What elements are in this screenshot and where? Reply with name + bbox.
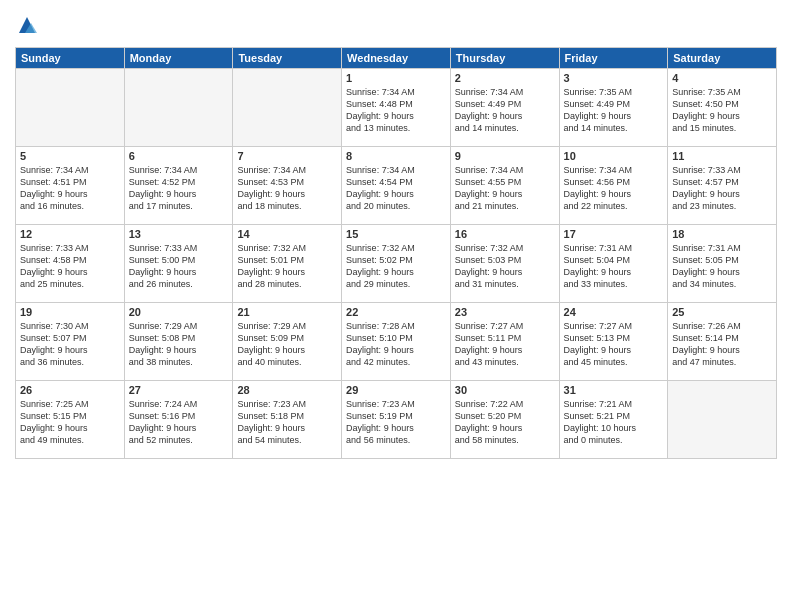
day-info: Sunrise: 7:34 AM Sunset: 4:49 PM Dayligh…: [455, 86, 555, 135]
calendar-day-cell: 20Sunrise: 7:29 AM Sunset: 5:08 PM Dayli…: [124, 303, 233, 381]
day-number: 28: [237, 384, 337, 396]
calendar-day-cell: 3Sunrise: 7:35 AM Sunset: 4:49 PM Daylig…: [559, 69, 668, 147]
day-number: 1: [346, 72, 446, 84]
day-info: Sunrise: 7:26 AM Sunset: 5:14 PM Dayligh…: [672, 320, 772, 369]
weekday-header-cell: Sunday: [16, 48, 125, 69]
day-number: 16: [455, 228, 555, 240]
day-info: Sunrise: 7:34 AM Sunset: 4:52 PM Dayligh…: [129, 164, 229, 213]
logo: [15, 15, 43, 39]
calendar-week-row: 1Sunrise: 7:34 AM Sunset: 4:48 PM Daylig…: [16, 69, 777, 147]
day-number: 8: [346, 150, 446, 162]
calendar-day-cell: 23Sunrise: 7:27 AM Sunset: 5:11 PM Dayli…: [450, 303, 559, 381]
calendar-week-row: 5Sunrise: 7:34 AM Sunset: 4:51 PM Daylig…: [16, 147, 777, 225]
day-info: Sunrise: 7:23 AM Sunset: 5:19 PM Dayligh…: [346, 398, 446, 447]
day-info: Sunrise: 7:33 AM Sunset: 4:57 PM Dayligh…: [672, 164, 772, 213]
calendar-day-cell: 14Sunrise: 7:32 AM Sunset: 5:01 PM Dayli…: [233, 225, 342, 303]
calendar-day-cell: 31Sunrise: 7:21 AM Sunset: 5:21 PM Dayli…: [559, 381, 668, 459]
day-info: Sunrise: 7:24 AM Sunset: 5:16 PM Dayligh…: [129, 398, 229, 447]
weekday-header-cell: Wednesday: [342, 48, 451, 69]
day-number: 17: [564, 228, 664, 240]
day-number: 2: [455, 72, 555, 84]
day-info: Sunrise: 7:33 AM Sunset: 5:00 PM Dayligh…: [129, 242, 229, 291]
weekday-header-cell: Friday: [559, 48, 668, 69]
day-info: Sunrise: 7:25 AM Sunset: 5:15 PM Dayligh…: [20, 398, 120, 447]
day-number: 9: [455, 150, 555, 162]
calendar-day-cell: 29Sunrise: 7:23 AM Sunset: 5:19 PM Dayli…: [342, 381, 451, 459]
day-info: Sunrise: 7:21 AM Sunset: 5:21 PM Dayligh…: [564, 398, 664, 447]
weekday-header-cell: Tuesday: [233, 48, 342, 69]
day-info: Sunrise: 7:28 AM Sunset: 5:10 PM Dayligh…: [346, 320, 446, 369]
day-info: Sunrise: 7:31 AM Sunset: 5:04 PM Dayligh…: [564, 242, 664, 291]
day-info: Sunrise: 7:23 AM Sunset: 5:18 PM Dayligh…: [237, 398, 337, 447]
calendar-body: 1Sunrise: 7:34 AM Sunset: 4:48 PM Daylig…: [16, 69, 777, 459]
day-number: 29: [346, 384, 446, 396]
calendar-day-cell: 11Sunrise: 7:33 AM Sunset: 4:57 PM Dayli…: [668, 147, 777, 225]
day-number: 15: [346, 228, 446, 240]
calendar-day-cell: 26Sunrise: 7:25 AM Sunset: 5:15 PM Dayli…: [16, 381, 125, 459]
weekday-header-cell: Saturday: [668, 48, 777, 69]
day-info: Sunrise: 7:32 AM Sunset: 5:01 PM Dayligh…: [237, 242, 337, 291]
day-info: Sunrise: 7:34 AM Sunset: 4:48 PM Dayligh…: [346, 86, 446, 135]
day-number: 18: [672, 228, 772, 240]
calendar-day-cell: 4Sunrise: 7:35 AM Sunset: 4:50 PM Daylig…: [668, 69, 777, 147]
day-info: Sunrise: 7:29 AM Sunset: 5:08 PM Dayligh…: [129, 320, 229, 369]
calendar-day-cell: 22Sunrise: 7:28 AM Sunset: 5:10 PM Dayli…: [342, 303, 451, 381]
day-info: Sunrise: 7:30 AM Sunset: 5:07 PM Dayligh…: [20, 320, 120, 369]
weekday-header-row: SundayMondayTuesdayWednesdayThursdayFrid…: [16, 48, 777, 69]
calendar-day-cell: 13Sunrise: 7:33 AM Sunset: 5:00 PM Dayli…: [124, 225, 233, 303]
calendar-day-cell: 8Sunrise: 7:34 AM Sunset: 4:54 PM Daylig…: [342, 147, 451, 225]
day-number: 25: [672, 306, 772, 318]
calendar-day-cell: 10Sunrise: 7:34 AM Sunset: 4:56 PM Dayli…: [559, 147, 668, 225]
day-info: Sunrise: 7:34 AM Sunset: 4:56 PM Dayligh…: [564, 164, 664, 213]
calendar-day-cell: 21Sunrise: 7:29 AM Sunset: 5:09 PM Dayli…: [233, 303, 342, 381]
calendar-day-cell: 16Sunrise: 7:32 AM Sunset: 5:03 PM Dayli…: [450, 225, 559, 303]
weekday-header-cell: Monday: [124, 48, 233, 69]
calendar-week-row: 19Sunrise: 7:30 AM Sunset: 5:07 PM Dayli…: [16, 303, 777, 381]
calendar-day-cell: 30Sunrise: 7:22 AM Sunset: 5:20 PM Dayli…: [450, 381, 559, 459]
day-number: 27: [129, 384, 229, 396]
calendar-day-cell: 28Sunrise: 7:23 AM Sunset: 5:18 PM Dayli…: [233, 381, 342, 459]
day-number: 24: [564, 306, 664, 318]
day-info: Sunrise: 7:34 AM Sunset: 4:51 PM Dayligh…: [20, 164, 120, 213]
calendar-day-cell: 2Sunrise: 7:34 AM Sunset: 4:49 PM Daylig…: [450, 69, 559, 147]
day-info: Sunrise: 7:32 AM Sunset: 5:03 PM Dayligh…: [455, 242, 555, 291]
day-info: Sunrise: 7:29 AM Sunset: 5:09 PM Dayligh…: [237, 320, 337, 369]
day-number: 6: [129, 150, 229, 162]
calendar-day-cell: 12Sunrise: 7:33 AM Sunset: 4:58 PM Dayli…: [16, 225, 125, 303]
day-info: Sunrise: 7:27 AM Sunset: 5:13 PM Dayligh…: [564, 320, 664, 369]
calendar-day-cell: 9Sunrise: 7:34 AM Sunset: 4:55 PM Daylig…: [450, 147, 559, 225]
day-number: 21: [237, 306, 337, 318]
day-number: 11: [672, 150, 772, 162]
calendar-day-cell: [668, 381, 777, 459]
day-number: 23: [455, 306, 555, 318]
calendar-day-cell: 15Sunrise: 7:32 AM Sunset: 5:02 PM Dayli…: [342, 225, 451, 303]
calendar-day-cell: 6Sunrise: 7:34 AM Sunset: 4:52 PM Daylig…: [124, 147, 233, 225]
day-info: Sunrise: 7:34 AM Sunset: 4:55 PM Dayligh…: [455, 164, 555, 213]
day-info: Sunrise: 7:34 AM Sunset: 4:54 PM Dayligh…: [346, 164, 446, 213]
day-info: Sunrise: 7:22 AM Sunset: 5:20 PM Dayligh…: [455, 398, 555, 447]
day-number: 7: [237, 150, 337, 162]
calendar-day-cell: 1Sunrise: 7:34 AM Sunset: 4:48 PM Daylig…: [342, 69, 451, 147]
calendar-day-cell: 18Sunrise: 7:31 AM Sunset: 5:05 PM Dayli…: [668, 225, 777, 303]
calendar-day-cell: [16, 69, 125, 147]
day-number: 10: [564, 150, 664, 162]
day-info: Sunrise: 7:35 AM Sunset: 4:50 PM Dayligh…: [672, 86, 772, 135]
day-number: 26: [20, 384, 120, 396]
calendar-day-cell: [233, 69, 342, 147]
page: SundayMondayTuesdayWednesdayThursdayFrid…: [0, 0, 792, 612]
calendar-day-cell: 19Sunrise: 7:30 AM Sunset: 5:07 PM Dayli…: [16, 303, 125, 381]
day-number: 14: [237, 228, 337, 240]
day-number: 30: [455, 384, 555, 396]
day-number: 4: [672, 72, 772, 84]
day-info: Sunrise: 7:35 AM Sunset: 4:49 PM Dayligh…: [564, 86, 664, 135]
calendar-day-cell: 25Sunrise: 7:26 AM Sunset: 5:14 PM Dayli…: [668, 303, 777, 381]
day-number: 20: [129, 306, 229, 318]
day-info: Sunrise: 7:33 AM Sunset: 4:58 PM Dayligh…: [20, 242, 120, 291]
day-info: Sunrise: 7:31 AM Sunset: 5:05 PM Dayligh…: [672, 242, 772, 291]
day-number: 31: [564, 384, 664, 396]
day-number: 13: [129, 228, 229, 240]
day-number: 19: [20, 306, 120, 318]
calendar-week-row: 12Sunrise: 7:33 AM Sunset: 4:58 PM Dayli…: [16, 225, 777, 303]
day-number: 22: [346, 306, 446, 318]
day-number: 12: [20, 228, 120, 240]
